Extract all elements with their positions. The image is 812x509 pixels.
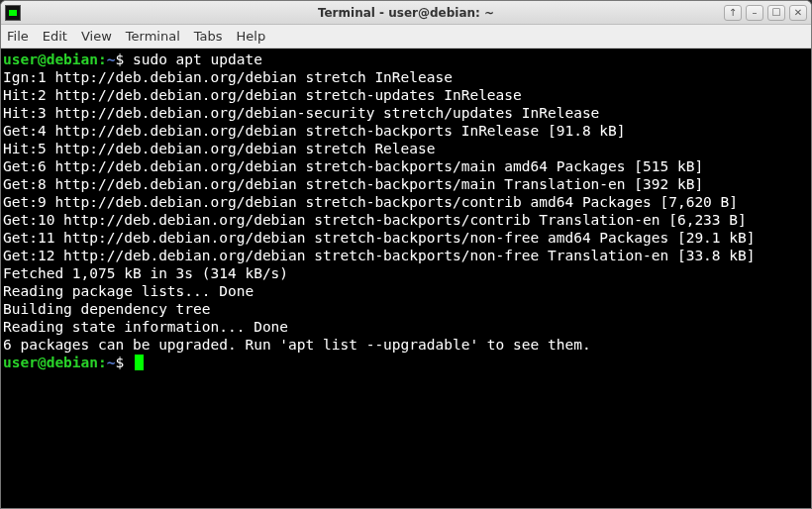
output-line: Get:11 http://deb.debian.org/debian stre…	[3, 230, 756, 246]
menu-help[interactable]: Help	[237, 29, 266, 44]
window-minimize-button[interactable]: –	[746, 5, 763, 21]
menu-view[interactable]: View	[81, 29, 112, 44]
terminal-viewport[interactable]: user@debian:~$ sudo apt update Ign:1 htt…	[1, 49, 811, 508]
prompt-path: ~	[107, 51, 116, 67]
output-line: Fetched 1,075 kB in 3s (314 kB/s)	[3, 265, 288, 281]
window-maximize-button[interactable]: ☐	[767, 5, 785, 21]
output-line: Reading package lists... Done	[3, 283, 254, 299]
window-controls: ↑ – ☐ ✕	[724, 5, 807, 21]
prompt-sep: :	[98, 355, 107, 370]
output-line: Get:6 http://deb.debian.org/debian stret…	[3, 158, 703, 174]
prompt-user: user@debian	[3, 51, 98, 67]
titlebar[interactable]: Terminal - user@debian: ~ ↑ – ☐ ✕	[1, 1, 811, 25]
menu-file[interactable]: File	[7, 29, 29, 44]
prompt-path: ~	[107, 355, 116, 370]
terminal-cursor	[135, 355, 144, 370]
prompt-user: user@debian	[3, 355, 98, 370]
output-line: 6 packages can be upgraded. Run 'apt lis…	[3, 337, 591, 353]
output-line: Get:9 http://deb.debian.org/debian stret…	[3, 194, 738, 210]
prompt-sigil: $	[116, 51, 125, 67]
window-close-button[interactable]: ✕	[789, 5, 807, 21]
output-line: Get:12 http://deb.debian.org/debian stre…	[3, 248, 756, 263]
window-title: Terminal - user@debian: ~	[1, 6, 811, 20]
output-line: Get:4 http://deb.debian.org/debian stret…	[3, 123, 626, 139]
output-line: Hit:5 http://deb.debian.org/debian stret…	[3, 141, 436, 156]
menu-edit[interactable]: Edit	[43, 29, 67, 44]
menu-tabs[interactable]: Tabs	[194, 29, 223, 44]
output-line: Hit:2 http://deb.debian.org/debian stret…	[3, 87, 522, 103]
prompt-line-1: user@debian:~$ sudo apt update	[3, 51, 262, 67]
output-line: Building dependency tree	[3, 301, 211, 317]
menubar: File Edit View Terminal Tabs Help	[1, 25, 811, 49]
window-rollup-button[interactable]: ↑	[724, 5, 742, 21]
prompt-sigil: $	[116, 355, 125, 370]
output-line: Reading state information... Done	[3, 319, 288, 335]
menu-terminal[interactable]: Terminal	[126, 29, 180, 44]
output-line: Get:10 http://deb.debian.org/debian stre…	[3, 212, 747, 228]
output-line: Hit:3 http://deb.debian.org/debian-secur…	[3, 105, 599, 121]
terminal-app-icon	[5, 5, 21, 21]
entered-command: sudo apt update	[133, 51, 262, 67]
output-line: Ign:1 http://deb.debian.org/debian stret…	[3, 69, 453, 85]
terminal-window: Terminal - user@debian: ~ ↑ – ☐ ✕ File E…	[0, 0, 812, 509]
prompt-sep: :	[98, 51, 107, 67]
output-line: Get:8 http://deb.debian.org/debian stret…	[3, 176, 703, 192]
prompt-line-2: user@debian:~$	[3, 355, 144, 370]
